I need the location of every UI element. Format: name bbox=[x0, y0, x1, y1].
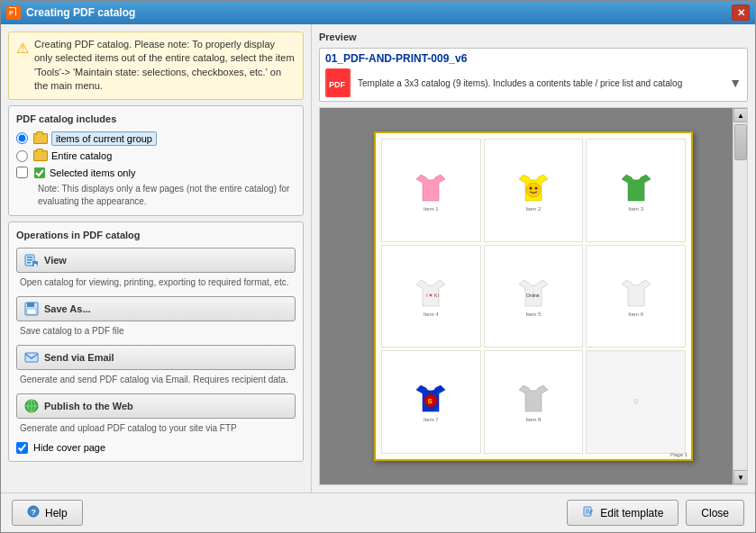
save-as-button-label: Save As... bbox=[44, 303, 91, 314]
view-button-label: View bbox=[44, 255, 67, 266]
publish-web-desc: Generate and upload PDF catalog to your … bbox=[20, 422, 296, 435]
selected-items-note: Note: This displays only a few pages (no… bbox=[38, 183, 296, 208]
page-number: Page 1 bbox=[670, 452, 688, 457]
catalog-cell-5: Online Item 5 bbox=[484, 245, 584, 348]
warning-icon: ⚠ bbox=[16, 39, 29, 59]
close-button-label: Close bbox=[701, 507, 729, 519]
preview-image-area: Item 1 Item 2 bbox=[319, 107, 748, 485]
shirt-yellow-face-icon bbox=[515, 170, 552, 204]
template-info-dropdown[interactable]: ▼ bbox=[729, 76, 742, 90]
radio-current-group[interactable]: items of current group bbox=[16, 131, 296, 146]
radio-current-group-input[interactable] bbox=[16, 132, 28, 144]
help-button-label: Help bbox=[45, 507, 68, 519]
radio-entire-catalog-input[interactable] bbox=[16, 150, 28, 162]
close-button[interactable]: Close bbox=[686, 500, 744, 526]
main-content: ⚠ Creating PDF catalog. Please note: To … bbox=[1, 24, 755, 492]
folder-icon bbox=[33, 133, 48, 144]
svg-point-22 bbox=[535, 186, 538, 189]
catalog-cell-1: Item 1 bbox=[381, 139, 481, 241]
preview-scrollbar: ▲ ▼ bbox=[733, 108, 747, 484]
main-window: P Creating PDF catalog ✕ ⚠ Creating PDF … bbox=[0, 0, 756, 533]
svg-point-20 bbox=[526, 183, 541, 197]
svg-rect-5 bbox=[27, 257, 32, 258]
svg-text:Online: Online bbox=[526, 293, 540, 298]
pdf-includes-section: PDF catalog includes items of current gr… bbox=[8, 105, 304, 216]
scroll-down-button[interactable]: ▼ bbox=[733, 470, 748, 484]
svg-text:P: P bbox=[9, 10, 14, 16]
view-icon: ▶ bbox=[24, 253, 39, 267]
save-as-desc: Save catalog to a PDF file bbox=[20, 325, 296, 338]
catalog-cell-9: 9 bbox=[586, 350, 686, 453]
catalog-cell-8: Item 8 bbox=[484, 350, 584, 453]
svg-text:PDF: PDF bbox=[329, 80, 346, 89]
template-desc: Template a 3x3 catalog (9 items). Includ… bbox=[358, 78, 682, 88]
edit-template-icon bbox=[582, 505, 595, 520]
send-email-desc: Generate and send PDF catalog via Email.… bbox=[20, 374, 296, 386]
info-text: Creating PDF catalog. Please note: To pr… bbox=[34, 38, 296, 94]
title-bar-left: P Creating PDF catalog bbox=[6, 5, 135, 20]
scroll-up-button[interactable]: ▲ bbox=[733, 108, 748, 122]
catalog-cell-6: Item 6 bbox=[586, 245, 686, 348]
template-name: 01_PDF-AND-PRINT-009_v6 bbox=[325, 52, 742, 65]
svg-rect-6 bbox=[27, 259, 32, 261]
shirt-gray-icon bbox=[515, 381, 552, 415]
shirt-white-1-icon: I ♥ KI bbox=[412, 276, 450, 310]
catalog-cell-7: S Item 7 bbox=[381, 350, 481, 453]
template-detail: PDF Template a 3x3 catalog (9 items). In… bbox=[325, 68, 742, 97]
svg-rect-7 bbox=[27, 262, 31, 264]
view-desc: Open catalog for viewing, printing, expo… bbox=[20, 276, 296, 289]
radio-current-group-label: items of current group bbox=[51, 131, 157, 146]
edit-template-label: Edit template bbox=[600, 507, 663, 519]
right-panel: Preview 01_PDF-AND-PRINT-009_v6 PDF Temp… bbox=[312, 24, 755, 492]
shirt-pink-icon bbox=[412, 170, 450, 204]
footer-right: Edit template Close bbox=[567, 500, 744, 526]
template-info-bar: 01_PDF-AND-PRINT-009_v6 PDF Template a 3… bbox=[319, 48, 748, 102]
email-icon bbox=[24, 350, 39, 365]
app-icon: P bbox=[6, 5, 21, 20]
window-title: Creating PDF catalog bbox=[26, 6, 135, 19]
publish-web-button-label: Publish to the Web bbox=[44, 401, 133, 411]
shirt-white-online-icon: Online bbox=[515, 276, 552, 310]
pdf-includes-title: PDF catalog includes bbox=[16, 113, 296, 124]
svg-text:?: ? bbox=[32, 508, 37, 517]
svg-point-21 bbox=[530, 186, 533, 189]
scrollbar-thumb[interactable] bbox=[734, 124, 747, 160]
checkbox-selected-items-label: Selected items only bbox=[50, 167, 135, 178]
shirt-green-icon bbox=[617, 170, 655, 204]
svg-text:S: S bbox=[428, 397, 433, 405]
checkbox-selected-items[interactable]: Selected items only bbox=[16, 167, 296, 179]
hide-cover-page-checkbox[interactable] bbox=[16, 442, 28, 454]
checkbox-selected-items-input[interactable] bbox=[16, 167, 28, 178]
send-email-button[interactable]: Send via Email bbox=[16, 345, 296, 370]
radio-entire-catalog[interactable]: Entire catalog bbox=[16, 150, 296, 162]
svg-rect-11 bbox=[27, 303, 34, 307]
catalog-cell-4: I ♥ KI Item 4 bbox=[381, 245, 481, 348]
svg-rect-13 bbox=[25, 353, 38, 362]
help-button[interactable]: ? Help bbox=[12, 500, 83, 526]
footer-bar: ? Help Edit template Clos bbox=[1, 492, 755, 532]
left-panel: ⚠ Creating PDF catalog. Please note: To … bbox=[1, 24, 312, 492]
save-icon bbox=[24, 302, 39, 316]
edit-template-button[interactable]: Edit template bbox=[567, 500, 679, 526]
publish-web-button[interactable]: Publish to the Web bbox=[16, 393, 296, 419]
shirt-white-2-icon bbox=[617, 276, 655, 310]
svg-rect-3 bbox=[34, 167, 45, 178]
radio-entire-catalog-label: Entire catalog bbox=[51, 150, 112, 161]
preview-title: Preview bbox=[319, 32, 748, 42]
folder-icon-2 bbox=[33, 150, 48, 161]
save-as-button[interactable]: Save As... bbox=[16, 296, 296, 321]
title-bar: P Creating PDF catalog ✕ bbox=[1, 1, 755, 24]
send-email-button-label: Send via Email bbox=[44, 352, 114, 363]
info-box: ⚠ Creating PDF catalog. Please note: To … bbox=[8, 32, 304, 100]
web-icon bbox=[24, 399, 39, 413]
close-window-button[interactable]: ✕ bbox=[732, 5, 750, 21]
catalog-preview: Item 1 Item 2 bbox=[374, 131, 693, 460]
svg-rect-12 bbox=[27, 309, 36, 314]
view-button[interactable]: ▶ View bbox=[16, 248, 296, 273]
hide-cover-page-row: Hide cover page bbox=[16, 442, 296, 454]
pdf-file-icon: PDF bbox=[325, 68, 351, 97]
checkmark-icon bbox=[33, 167, 46, 179]
catalog-cell-3: Item 3 bbox=[586, 139, 686, 241]
svg-text:I ♥ KI: I ♥ KI bbox=[426, 293, 440, 298]
operations-title: Operations in PDF catalog bbox=[16, 230, 296, 240]
